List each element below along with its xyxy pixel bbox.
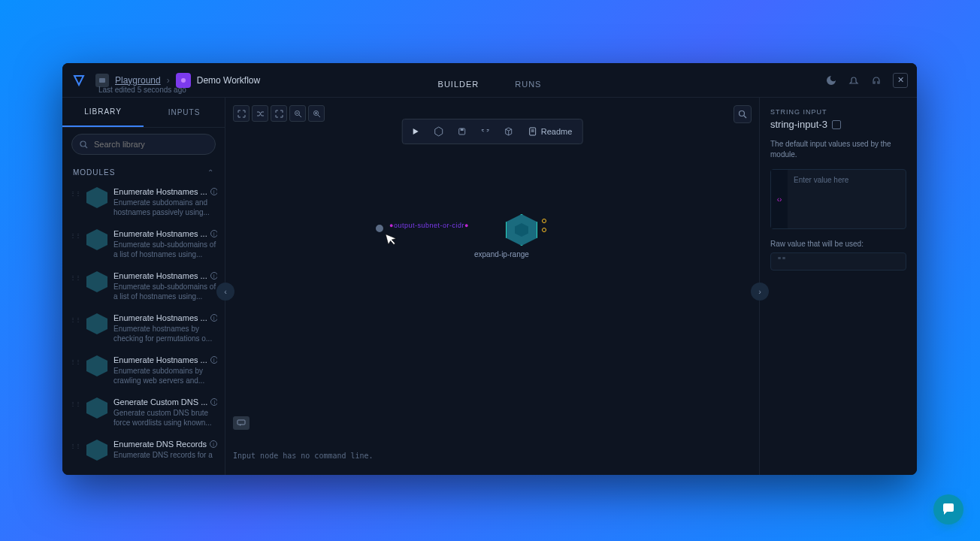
module-item[interactable]: ⋮⋮ Generate Custom DNS ...i Generate cus… [62,391,225,434]
value-input-area[interactable]: ‹› Enter value here [770,169,906,229]
input-gutter: ‹› [771,170,788,228]
shuffle-button[interactable] [252,105,268,122]
main-tabs: BUILDER RUNS [420,74,560,101]
tab-runs[interactable]: RUNS [497,74,559,101]
module-item[interactable]: ⋮⋮ Enumerate Hostnames ...i Enumerate su… [62,181,225,223]
input-port[interactable] [374,223,385,234]
module-title: Enumerate Hostnames ... [113,271,207,280]
module-desc: Enumerate subdomains and hostnames passi… [113,198,217,217]
view-toolbar [233,105,325,122]
modules-header[interactable]: MODULES ⌃ [62,161,225,181]
notification-icon[interactable] [848,74,860,86]
drag-handle-icon[interactable]: ⋮⋮ [70,397,80,407]
chat-button[interactable] [933,494,963,524]
module-title: Enumerate DNS Records [113,440,207,449]
module-item[interactable]: ⋮⋮ Enumerate Hostnames ...i Enumerate ho… [62,307,225,349]
value-input[interactable]: Enter value here [788,170,906,228]
console-output: Input node has no command line. [233,452,374,460]
app-logo[interactable] [71,73,86,88]
info-icon[interactable]: i [210,398,217,406]
sidebar-tabs: LIBRARY INPUTS [62,98,225,128]
breadcrumb-separator: › [167,75,170,86]
info-icon[interactable]: i [210,314,217,322]
header: Playground › Demo Workflow Last edited 5… [62,63,917,98]
node-label: expand-ip-range [474,250,529,258]
module-desc: Enumerate subdomains by crawling web ser… [113,366,217,385]
svg-rect-18 [237,420,245,425]
search-box[interactable] [71,134,216,155]
breadcrumb-current: Demo Workflow [197,75,260,86]
module-item[interactable]: ⋮⋮ Enumerate Hostnames ...i Enumerate su… [62,265,225,307]
module-icon [86,397,107,419]
chevron-up-icon: ⌃ [207,168,214,177]
svg-line-17 [744,116,746,118]
sidebar-tab-library[interactable]: LIBRARY [62,98,144,127]
collapse-panel-button[interactable]: › [751,283,769,301]
module-title: Enumerate Hostnames ... [113,187,207,196]
cube-button[interactable] [498,122,519,141]
raw-value-label: Raw value that will be used: [770,240,906,248]
output-port[interactable] [542,219,546,223]
module-text: Enumerate Hostnames ...i Enumerate sub-s… [113,271,217,301]
drag-handle-icon[interactable]: ⋮⋮ [70,440,80,449]
hexagon-button[interactable] [428,122,449,141]
module-text: Enumerate Hostnames ...i Enumerate subdo… [113,355,217,385]
drag-handle-icon[interactable]: ⋮⋮ [70,271,80,281]
moon-icon[interactable] [825,74,837,86]
workflow-node[interactable]: ●output-subnet-or-cidr● expand-ip-range [506,214,537,246]
search-input[interactable] [94,140,207,149]
info-icon[interactable]: i [210,272,217,280]
info-icon[interactable]: i [210,230,217,237]
fullscreen-button[interactable] [233,105,250,122]
search-icon [80,141,88,149]
module-desc: Enumerate DNS records for a [113,450,217,460]
svg-line-3 [85,146,87,148]
fit-button[interactable] [271,105,287,122]
output-port[interactable] [542,228,546,232]
run-button[interactable] [405,122,426,141]
module-title: Enumerate Hostnames ... [113,313,207,322]
cursor-icon [384,230,400,247]
module-text: Enumerate Hostnames ...i Enumerate sub-s… [113,229,217,259]
drag-handle-icon[interactable]: ⋮⋮ [70,187,80,197]
info-icon[interactable]: i [210,188,217,195]
header-actions: ✕ [825,73,908,88]
module-item[interactable]: ⋮⋮ Enumerate Hostnames ...i Enumerate su… [62,349,225,391]
module-item[interactable]: ⋮⋮ Enumerate Hostnames ...i Enumerate su… [62,223,225,265]
output-ports [542,219,546,232]
sidebar: LIBRARY INPUTS MODULES ⌃ ⋮⋮ Enumerate Ho… [62,98,225,475]
edge-label: ●output-subnet-or-cidr● [389,222,469,229]
module-icon [86,313,107,334]
drag-handle-icon[interactable]: ⋮⋮ [70,229,80,239]
save-button[interactable] [452,122,473,141]
info-icon[interactable]: i [210,440,217,448]
canvas[interactable]: ‹ Readme ●o [225,98,759,475]
module-title: Enumerate Hostnames ... [113,355,207,364]
close-button[interactable]: ✕ [893,73,908,88]
canvas-search-button[interactable] [733,105,752,123]
code-icon: ‹› [777,195,782,204]
info-icon[interactable]: i [210,356,217,364]
link-button[interactable] [475,122,496,141]
tab-builder[interactable]: BUILDER [420,74,498,101]
action-toolbar: Readme [402,119,583,144]
module-desc: Enumerate sub-subdomains of a list of ho… [113,282,217,301]
module-desc: Enumerate hostnames by checking for perm… [113,324,217,343]
copy-icon[interactable] [832,120,841,129]
node-hexagon-icon[interactable] [506,214,537,246]
input-title: string-input-3 [770,119,906,130]
collapse-sidebar-button[interactable]: ‹ [216,283,234,301]
zoom-out-button[interactable] [289,105,306,122]
drag-handle-icon[interactable]: ⋮⋮ [70,313,80,323]
readme-button[interactable]: Readme [522,122,580,141]
drag-handle-icon[interactable]: ⋮⋮ [70,355,80,365]
module-icon [86,271,107,292]
module-text: Enumerate Hostnames ...i Enumerate subdo… [113,187,217,217]
breadcrumb-parent[interactable]: Playground [115,75,161,86]
comment-button[interactable] [233,416,250,430]
module-desc: Generate custom DNS brute force wordlist… [113,408,217,428]
zoom-in-button[interactable] [308,105,325,122]
module-item[interactable]: ⋮⋮ Enumerate DNS Recordsi Enumerate DNS … [62,434,225,467]
headset-icon[interactable] [870,74,882,86]
sidebar-tab-inputs[interactable]: INPUTS [144,98,225,127]
